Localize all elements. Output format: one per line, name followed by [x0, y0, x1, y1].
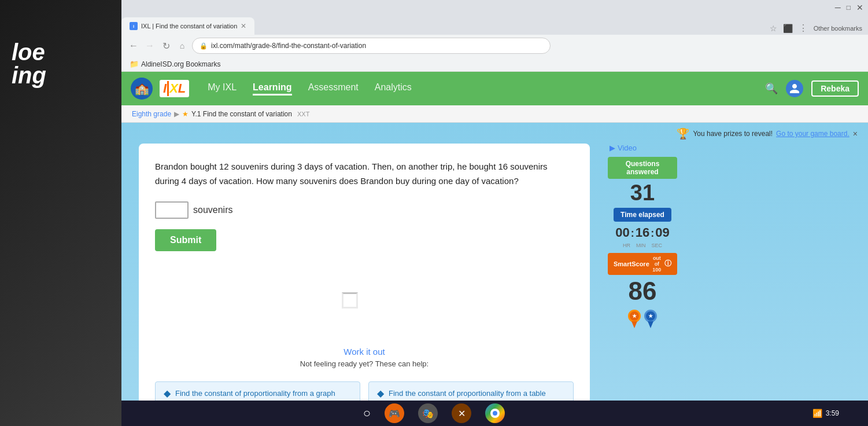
nav-learning[interactable]: Learning [253, 82, 292, 96]
extension-icon[interactable]: ⬛ [783, 24, 793, 33]
breadcrumb-sep: ▶ [174, 110, 179, 118]
prize-message: You have prizes to reveal! [693, 130, 773, 138]
taskbar-home-btn[interactable]: ○ [363, 406, 371, 421]
search-icon[interactable]: 🔍 [765, 82, 778, 95]
answer-suffix: souvenirs [193, 205, 232, 215]
right-stats-panel: ▶ Video Questions answered 31 Time elaps… [599, 123, 686, 426]
time-labels: HR MIN SEC [623, 243, 662, 248]
taskbar-icon-chrome[interactable] [485, 403, 505, 423]
prize-notification: 🏆 You have prizes to reveal! Go to your … [677, 127, 858, 140]
content-area: 🏆 You have prizes to reveal! Go to your … [121, 123, 868, 426]
question-panel: Brandon bought 12 souvenirs during 3 day… [139, 144, 590, 414]
help-link-1-text: Find the constant of proportionality fro… [175, 389, 335, 398]
left-text-line2: ing [12, 64, 46, 87]
work-it-out-section: Work it out Not feeling ready yet? These… [155, 347, 574, 368]
ixl-app: 🏫 I X L My IXL Learning Assessment Analy… [121, 72, 868, 426]
user-avatar [786, 80, 803, 97]
close-btn[interactable]: ✕ [856, 3, 863, 12]
left-text-line1: loe [12, 41, 46, 64]
questions-answered-box: Questions answered [608, 157, 677, 179]
other-bookmarks-label: Other bookmarks [814, 25, 862, 32]
user-name-btn[interactable]: Rebeka [811, 80, 859, 97]
maximize-btn[interactable]: □ [847, 3, 851, 12]
browser-tab[interactable]: i IXL | Find the constant of variation ✕ [121, 17, 254, 35]
prize-link[interactable]: Go to your game board. [776, 130, 849, 138]
smart-score-label: SmartScore [614, 260, 649, 267]
wifi-icon: 📶 [812, 409, 822, 418]
breadcrumb-bar: Eighth grade ▶ ★ Y.1 Find the constant o… [121, 105, 868, 123]
time-elapsed-box: Time elapsed [614, 208, 671, 222]
time-elapsed-label: Time elapsed [619, 211, 666, 219]
taskbar-icon-3[interactable]: ✕ [452, 403, 471, 423]
taskbar-right-info: 📶 3:59 [812, 409, 839, 418]
nav-my-ixl[interactable]: My IXL [208, 82, 237, 96]
nav-links: My IXL Learning Assessment Analytics [208, 82, 412, 96]
url-text: ixl.com/math/grade-8/find-the-constant-o… [211, 42, 366, 50]
hr-label: HR [623, 243, 630, 248]
question-text: Brandon bought 12 souvenirs during 3 day… [155, 160, 574, 189]
medals: ★ ★ [628, 310, 657, 328]
breadcrumb-star: ★ [182, 110, 189, 118]
back-btn[interactable]: ← [127, 41, 140, 51]
help-link-2-text: Find the constant of proportionality fro… [389, 389, 546, 398]
breadcrumb-skill: Y.1 Find the constant of variation [191, 110, 292, 118]
menu-btn[interactable]: ⋮ [799, 23, 808, 34]
info-icon[interactable]: ⓘ [664, 259, 671, 269]
ixl-navbar: 🏫 I X L My IXL Learning Assessment Analy… [121, 72, 868, 105]
smart-score-box: SmartScore out of 100 ⓘ [608, 253, 677, 275]
nav-assessment[interactable]: Assessment [308, 82, 359, 96]
diamond-icon-1: ◆ [164, 388, 171, 399]
lock-icon: 🔒 [200, 42, 208, 50]
bookmarks-label[interactable]: AldineISD.org Bookmarks [141, 60, 220, 68]
medal-2: ★ [644, 310, 657, 328]
bookmark-star[interactable]: ☆ [770, 24, 777, 33]
bookmarks-bar: 📁 AldineISD.org Bookmarks [121, 57, 868, 72]
time-sec: 09 [655, 225, 669, 240]
home-btn[interactable]: ⌂ [176, 41, 189, 50]
tab-close[interactable]: ✕ [241, 22, 246, 30]
nav-analytics[interactable]: Analytics [375, 82, 412, 96]
time-display: 00 : 16 : 09 [615, 225, 669, 240]
smart-score-number: 86 [629, 277, 657, 305]
school-icon: 🏫 [131, 78, 153, 100]
loading-spinner [342, 292, 358, 309]
title-bar: ─ □ ✕ [121, 0, 868, 15]
taskbar-icon-1[interactable]: 🎮 [385, 403, 404, 423]
trophy-icon: 🏆 [677, 127, 689, 140]
work-it-out-link[interactable]: Work it out [343, 347, 385, 357]
diamond-icon-2: ◆ [377, 388, 384, 399]
time-min: 16 [636, 225, 649, 240]
taskbar-icon-2[interactable]: 🎭 [418, 403, 438, 423]
questions-count: 31 [630, 181, 655, 205]
sec-label: SEC [651, 243, 662, 248]
forward-btn[interactable]: → [143, 41, 156, 51]
answer-input[interactable] [155, 201, 189, 219]
medal-1: ★ [628, 310, 641, 328]
min-label: MIN [636, 243, 646, 248]
questions-answered-label: Questions answered [614, 160, 671, 176]
time-hr: 00 [615, 225, 629, 240]
tab-title: IXL | Find the constant of variation [141, 23, 237, 30]
smart-score-sub: out of 100 [652, 255, 662, 273]
video-link[interactable]: ▶ Video [610, 144, 637, 152]
minimize-btn[interactable]: ─ [835, 3, 841, 12]
taskbar-time: 3:59 [826, 409, 839, 417]
submit-btn[interactable]: Submit [155, 229, 216, 251]
video-label: Video [618, 144, 637, 152]
tab-bar: i IXL | Find the constant of variation ✕… [121, 15, 868, 35]
taskbar: ○ 🎮 🎭 ✕ 📶 3:59 [0, 401, 868, 426]
not-ready-text: Not feeling ready yet? These can help: [155, 359, 574, 368]
answer-row: souvenirs [155, 201, 574, 219]
address-bar-row: ← → ↻ ⌂ 🔒 ixl.com/math/grade-8/find-the-… [121, 35, 868, 57]
folder-icon: 📁 [130, 60, 139, 68]
ixl-logo[interactable]: I X L [160, 80, 189, 97]
reload-btn[interactable]: ↻ [160, 41, 172, 52]
left-panel-text: loe ing [0, 35, 58, 93]
breadcrumb-code: XXT [297, 111, 309, 117]
address-bar[interactable]: 🔒 ixl.com/math/grade-8/find-the-constant… [192, 38, 551, 54]
breadcrumb-grade[interactable]: Eighth grade [132, 110, 171, 118]
prize-close[interactable]: × [853, 129, 858, 138]
